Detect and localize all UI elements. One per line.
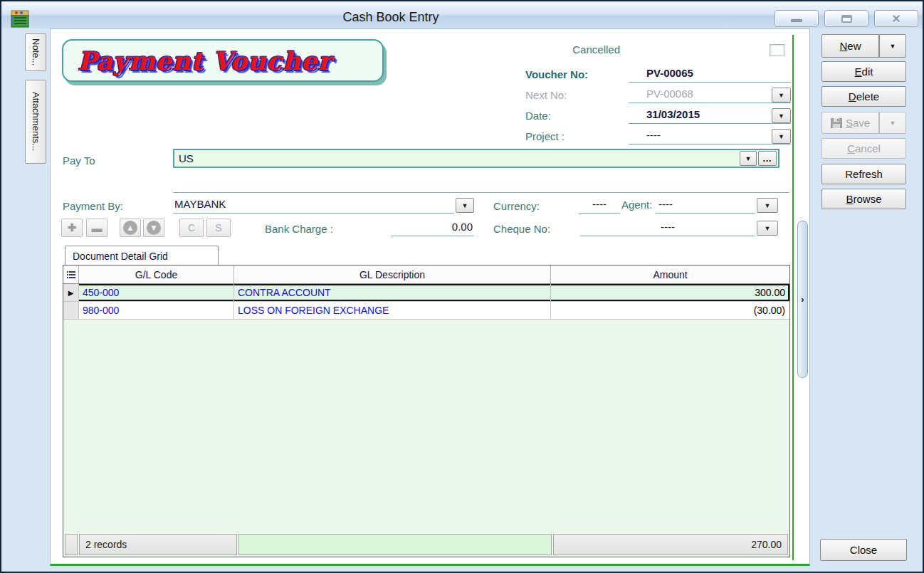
voucher-no-field[interactable]: PV-00065 [629,67,791,83]
minimize-icon [791,19,802,22]
cell-gl-code[interactable]: 450-000 [79,284,234,301]
next-no-field[interactable]: PV-00068 [629,88,791,103]
maximize-icon [841,15,852,23]
edit-button-label: Edit [855,65,873,78]
new-button[interactable]: New [821,34,879,58]
save-button-label: Save [846,117,870,129]
pay-to-combobox[interactable]: US ▼ … [173,149,779,168]
new-dropdown-button[interactable]: ▼ [879,34,906,58]
payment-by-dropdown-button[interactable]: ▼ [456,198,474,213]
grid-header-row: G/L Code GL Description Amount [63,266,789,284]
move-row-down-button[interactable]: ▼ [143,219,164,237]
arrow-down-circle-icon: ▼ [147,221,161,235]
paste-button[interactable]: S [206,219,231,237]
attachments-side-tab-label: Attachments... [31,92,41,151]
payment-voucher-logo-text: Payment Voucher [78,46,332,75]
grid-row[interactable]: ▶450-000CONTRA ACCOUNT300.00 [63,284,789,302]
maximize-button[interactable] [824,10,868,27]
cell-amount[interactable]: (30.00) [551,302,789,319]
cheque-no-field[interactable]: ---- [580,221,755,236]
chevron-down-icon: ▼ [890,43,896,50]
delete-button[interactable]: Delete [821,86,906,107]
note-side-tab[interactable]: Note... [25,33,46,71]
currency-field[interactable]: ---- [579,198,620,214]
grid-row[interactable]: 980-000LOSS ON FOREIGN EXCHANGE(30.00) [63,302,789,320]
side-panel-splitter[interactable]: › [797,221,808,378]
form-right-border [792,35,794,560]
plus-icon: ✚ [68,221,77,234]
copy-button[interactable]: C [179,219,204,237]
pay-to-browse-button[interactable]: … [758,151,777,166]
cheque-no-dropdown-button[interactable]: ▼ [757,221,778,236]
minimize-button[interactable] [775,10,819,27]
amount-total: 270.00 [553,534,788,555]
grid-corner-menu-button[interactable] [63,266,79,283]
close-button[interactable]: Close [820,539,907,561]
ellipsis-icon: … [762,153,772,164]
column-header-gl-code[interactable]: G/L Code [79,266,234,283]
cell-gl-description[interactable]: LOSS ON FOREIGN EXCHANGE [234,302,551,319]
row-selector-cell[interactable]: ▶ [63,284,79,301]
agent-field[interactable]: ---- [656,198,755,214]
close-window-button[interactable]: ✕ [874,10,918,27]
pay-to-value: US [174,152,740,164]
cancel-button-label: Cancel [847,142,881,154]
date-dropdown-button[interactable]: ▼ [772,108,791,123]
chevron-right-icon: › [801,294,804,305]
cell-amount[interactable]: 300.00 [551,284,789,301]
date-label: Date: [525,110,551,122]
chevron-down-icon: ▼ [462,202,468,209]
move-row-up-button[interactable]: ▲ [120,219,141,237]
document-detail-grid-tab[interactable]: Document Detail Grid [65,246,219,266]
payment-by-field[interactable]: MAYBANK [173,198,454,214]
remove-row-button[interactable]: ▬ [86,219,107,237]
agent-label: Agent: [621,199,652,211]
project-dropdown-button[interactable]: ▼ [772,129,791,144]
column-header-amount[interactable]: Amount [551,266,789,283]
row-selector-cell[interactable] [63,302,79,319]
browse-button[interactable]: Browse [821,189,906,209]
payment-by-label: Payment By: [63,200,123,212]
chevron-down-icon: ▼ [765,225,771,232]
cash-book-entry-window: Cash Book Entry ✕ Note... Attachments...… [0,0,924,573]
bank-charge-label: Bank Charge : [265,223,333,235]
bank-charge-field[interactable]: 0.00 [391,221,474,236]
pay-to-dropdown-button[interactable]: ▼ [740,151,757,166]
date-field[interactable]: 31/03/2015 [629,108,791,124]
chevron-down-icon: ▼ [745,155,752,162]
chevron-down-icon: ▼ [890,120,896,127]
grid-menu-icon [67,270,75,279]
arrow-up-circle-icon: ▲ [123,221,137,235]
pay-to-label: Pay To [63,154,95,167]
voucher-no-label: Voucher No: [525,68,588,80]
next-no-dropdown-button[interactable]: ▼ [772,88,791,102]
cell-gl-code[interactable]: 980-000 [79,302,234,319]
document-detail-grid-tab-label: Document Detail Grid [73,251,168,262]
project-field[interactable]: ---- [629,129,791,144]
minus-icon: ▬ [92,222,103,234]
agent-dropdown-button[interactable]: ▼ [757,198,778,213]
footer-summary-cell [238,534,552,555]
chevron-down-icon: ▼ [778,112,784,120]
column-header-gl-description[interactable]: GL Description [234,266,551,283]
next-no-label: Next No: [525,89,567,101]
browse-button-label: Browse [846,193,881,205]
cheque-no-label: Cheque No: [493,223,550,235]
cancel-button[interactable]: Cancel [821,138,906,159]
floppy-disk-icon [831,118,842,128]
project-label: Project : [525,130,565,142]
attachments-side-tab[interactable]: Attachments... [25,80,46,164]
close-button-label: Close [850,544,877,556]
cell-gl-description[interactable]: CONTRA ACCOUNT [234,284,551,301]
new-button-label: New [839,40,861,52]
grid-body: ▶450-000CONTRA ACCOUNT300.00980-000LOSS … [63,284,789,320]
footer-blank-cell [65,534,78,555]
record-count: 2 records [79,534,237,555]
save-dropdown-button[interactable]: ▼ [879,112,906,134]
edit-button[interactable]: Edit [821,61,906,82]
add-row-button[interactable]: ✚ [61,219,83,237]
cancelled-checkbox[interactable] [770,44,784,56]
save-button[interactable]: Save [821,112,879,134]
pay-to-address-underline [173,192,789,193]
refresh-button[interactable]: Refresh [821,164,906,184]
